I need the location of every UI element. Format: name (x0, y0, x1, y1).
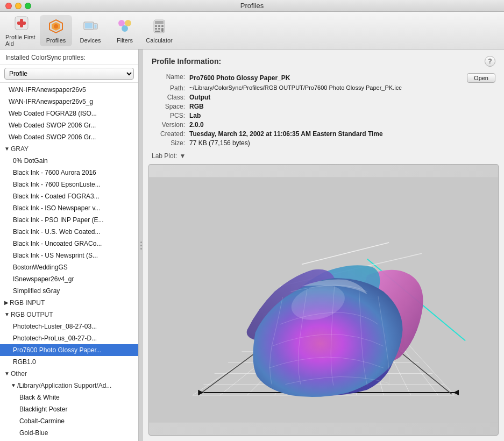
list-item[interactable]: Simplified sGray (0, 285, 138, 297)
list-item[interactable]: Black Ink - 7600 EpsonLuste... (0, 179, 138, 190)
svg-rect-19 (158, 28, 160, 30)
list-item[interactable]: Gold-Blue (0, 427, 138, 439)
list-item[interactable]: WAN-IFRAnewspaper26v5_g (0, 96, 138, 108)
panel-header: Installed ColorSync profiles: (0, 49, 138, 65)
svg-rect-2 (17, 22, 26, 25)
svg-point-11 (125, 20, 131, 26)
filters-label: Filters (117, 37, 133, 44)
list-item[interactable]: Black Ink - U.S. Web Coated... (0, 226, 138, 238)
svg-rect-7 (85, 23, 93, 29)
triangle-icon: ▼ (4, 310, 10, 319)
gamut-visualization (148, 164, 499, 436)
svg-point-5 (54, 24, 58, 29)
toolbar-devices[interactable]: Devices (74, 15, 107, 46)
gamut-svg (149, 165, 498, 435)
list-item[interactable]: WAN-IFRAnewspaper26v5 (0, 84, 138, 96)
name-label: Name: (152, 73, 189, 83)
help-button[interactable]: ? (485, 56, 495, 67)
svg-rect-14 (155, 21, 164, 24)
list-item[interactable]: RGB1.0 (0, 356, 138, 368)
size-label: Size: (152, 139, 189, 147)
list-item[interactable]: Cobalt-Carmine (0, 415, 138, 427)
list-item[interactable]: Black Ink - US Newsprint (S... (0, 250, 138, 261)
triangle-icon: ▶ (4, 298, 9, 308)
list-item[interactable]: ISnewspaper26v4_gr (0, 273, 138, 285)
left-panel: Installed ColorSync profiles: Profile Cl… (0, 49, 139, 441)
open-button[interactable]: Open (467, 73, 495, 83)
version-value: 2.0.0 (189, 121, 495, 129)
svg-rect-18 (155, 28, 157, 30)
list-item[interactable]: Black Ink - Uncoated GRACo... (0, 238, 138, 250)
main-content: Installed ColorSync profiles: Profile Cl… (0, 49, 504, 441)
calculator-icon (151, 18, 168, 35)
class-label: Class: (152, 94, 189, 101)
right-panel: Profile Information: ? Name: Pro7600 Pho… (143, 49, 504, 441)
window-title: Profiles (240, 2, 264, 10)
svg-rect-15 (155, 25, 157, 27)
group-rgb-input[interactable]: ▶ RGB INPUT (0, 297, 138, 309)
svg-rect-21 (155, 31, 160, 32)
toolbar-profile-first-aid[interactable]: Profile First Aid (5, 15, 38, 46)
svg-rect-20 (161, 28, 164, 32)
triangle-icon: ▼ (4, 144, 10, 154)
space-label: Space: (152, 103, 189, 110)
lab-plot-label: Lab Plot: (152, 152, 177, 160)
triangle-icon: ▼ (11, 381, 16, 390)
group-other[interactable]: ▼ Other (0, 368, 138, 380)
group-gray[interactable]: ▼ GRAY (0, 143, 138, 155)
profile-tree[interactable]: WAN-IFRAnewspaper26v5 WAN-IFRAnewspaper2… (0, 83, 138, 441)
list-item[interactable]: Phototech-Luster_08-27-03... (0, 321, 138, 332)
profiles-label: Profiles (46, 37, 66, 44)
toolbar-profiles[interactable]: Profiles (40, 15, 72, 46)
list-item[interactable]: Phototech-ProLus_08-27-D... (0, 332, 138, 344)
list-item[interactable]: Black Ink - PSO INP Paper (E... (0, 214, 138, 226)
svg-rect-16 (158, 25, 160, 27)
profile-info-title: Profile Information: (152, 57, 221, 66)
list-item[interactable]: 0% DotGain (0, 155, 138, 167)
group-rgb-output[interactable]: ▼ RGB OUTPUT (0, 309, 138, 321)
list-item[interactable]: Black & White (0, 392, 138, 403)
lab-plot-row: Lab Plot: ▼ (143, 151, 504, 162)
list-item[interactable]: BostonWeddingGS (0, 261, 138, 273)
profile-dropdown[interactable]: Profile Class Space Device (4, 68, 134, 80)
space-value: RGB (189, 103, 495, 110)
list-item[interactable]: Gold-Crimson (0, 439, 138, 441)
list-item[interactable]: Black Ink - 7600 Aurora 2016 (0, 167, 138, 179)
maximize-button[interactable] (25, 3, 31, 9)
svg-rect-9 (95, 24, 97, 28)
resize-handle[interactable] (139, 49, 143, 441)
panel-header: Profile Information: ? (143, 49, 504, 71)
close-button[interactable] (5, 3, 12, 9)
toolbar-calculator[interactable]: Calculator (143, 15, 175, 46)
svg-point-10 (118, 20, 125, 26)
path-value: ~/Library/ColorSync/Profiles/RGB OUTPUT/… (189, 84, 495, 92)
toolbar-filters[interactable]: Filters (109, 15, 141, 46)
list-item[interactable]: Black Ink - Coated FOGRA3... (0, 190, 138, 202)
version-label: Version: (152, 121, 189, 129)
toolbar: Profile First Aid Profiles Devices (0, 12, 504, 49)
aid-label: Profile First Aid (5, 34, 38, 47)
svg-rect-17 (161, 25, 164, 27)
window-controls (5, 3, 31, 9)
list-item[interactable]: Black Ink - ISO Newspaper v... (0, 202, 138, 214)
filters-icon (116, 18, 133, 35)
lab-plot-dropdown-icon[interactable]: ▼ (179, 152, 186, 160)
name-value-row: Pro7600 Photo Glossy Paper_PK Open (189, 73, 495, 83)
titlebar: Profiles (0, 0, 504, 12)
created-value: Tuesday, March 12, 2002 at 11:06:35 AM E… (189, 130, 495, 138)
list-item[interactable]: Web Coated SWOP 2006 Gr... (0, 119, 138, 131)
class-value: Output (189, 94, 495, 101)
profile-info-grid: Name: Pro7600 Photo Glossy Paper_PK Open… (143, 71, 504, 151)
devices-label: Devices (80, 37, 101, 44)
group-lib-support-1[interactable]: ▼ /Library/Application Support/Ad... (0, 380, 138, 392)
path-label: Path: (152, 84, 189, 92)
list-item[interactable]: Web Coated SWOP 2006 Gr... (0, 131, 138, 143)
minimize-button[interactable] (15, 3, 22, 9)
list-item[interactable]: Web Coated FOGRA28 (ISO... (0, 108, 138, 119)
pcs-label: PCS: (152, 112, 189, 119)
list-item-selected[interactable]: Pro7600 Photo Glossy Paper... (0, 344, 138, 356)
pcs-value: Lab (189, 112, 495, 119)
svg-point-12 (122, 25, 128, 32)
list-item[interactable]: Blacklight Poster (0, 403, 138, 415)
triangle-icon: ▼ (4, 369, 10, 379)
